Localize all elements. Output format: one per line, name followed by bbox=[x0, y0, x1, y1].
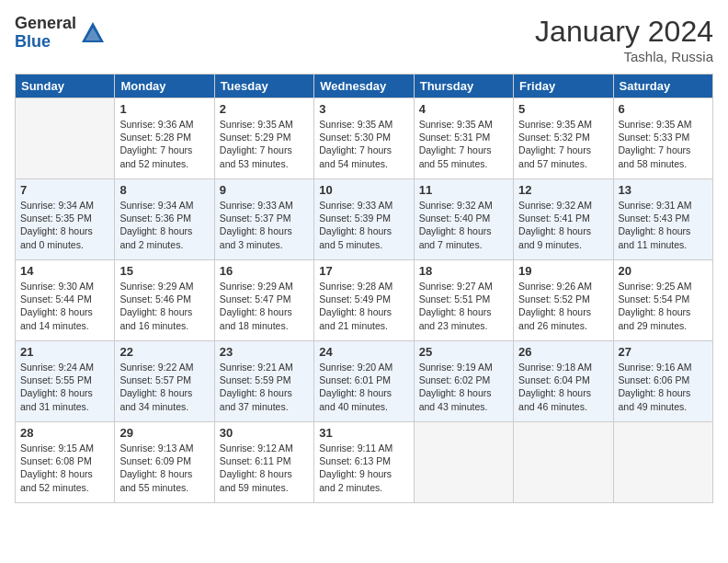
day-info: Sunrise: 9:34 AMSunset: 5:36 PMDaylight:… bbox=[119, 199, 209, 251]
table-row: 25Sunrise: 9:19 AMSunset: 6:02 PMDayligh… bbox=[414, 341, 513, 422]
col-sunday: Sunday bbox=[16, 75, 115, 98]
day-info: Sunrise: 9:36 AMSunset: 5:28 PMDaylight:… bbox=[119, 118, 209, 170]
day-number: 11 bbox=[419, 183, 508, 197]
day-info: Sunrise: 9:25 AMSunset: 5:54 PMDaylight:… bbox=[619, 280, 708, 332]
table-row bbox=[613, 422, 712, 503]
table-row bbox=[514, 422, 613, 503]
table-row: 15Sunrise: 9:29 AMSunset: 5:46 PMDayligh… bbox=[115, 260, 214, 341]
day-number: 21 bbox=[20, 345, 109, 359]
page-container: General Blue January 2024 Tashla, Russia… bbox=[0, 0, 728, 511]
day-number: 22 bbox=[119, 345, 209, 359]
table-row: 23Sunrise: 9:21 AMSunset: 5:59 PMDayligh… bbox=[214, 341, 313, 422]
day-number: 3 bbox=[319, 102, 408, 116]
table-row: 18Sunrise: 9:27 AMSunset: 5:51 PMDayligh… bbox=[414, 260, 513, 341]
col-wednesday: Wednesday bbox=[314, 75, 414, 98]
day-info: Sunrise: 9:24 AMSunset: 5:55 PMDaylight:… bbox=[20, 361, 109, 413]
table-row: 1Sunrise: 9:36 AMSunset: 5:28 PMDaylight… bbox=[115, 98, 214, 179]
table-row: 5Sunrise: 9:35 AMSunset: 5:32 PMDaylight… bbox=[514, 98, 613, 179]
col-monday: Monday bbox=[115, 75, 214, 98]
logo-blue: Blue bbox=[15, 33, 76, 52]
table-row: 11Sunrise: 9:32 AMSunset: 5:40 PMDayligh… bbox=[414, 179, 513, 260]
table-row bbox=[16, 98, 115, 179]
day-info: Sunrise: 9:29 AMSunset: 5:47 PMDaylight:… bbox=[220, 280, 309, 332]
table-row: 14Sunrise: 9:30 AMSunset: 5:44 PMDayligh… bbox=[16, 260, 115, 341]
table-row: 9Sunrise: 9:33 AMSunset: 5:37 PMDaylight… bbox=[214, 179, 313, 260]
table-row: 22Sunrise: 9:22 AMSunset: 5:57 PMDayligh… bbox=[115, 341, 214, 422]
table-row: 20Sunrise: 9:25 AMSunset: 5:54 PMDayligh… bbox=[613, 260, 712, 341]
day-number: 19 bbox=[518, 264, 608, 278]
day-info: Sunrise: 9:27 AMSunset: 5:51 PMDaylight:… bbox=[419, 280, 508, 332]
month-title: January 2024 bbox=[535, 15, 713, 49]
day-info: Sunrise: 9:35 AMSunset: 5:30 PMDaylight:… bbox=[319, 118, 408, 170]
day-info: Sunrise: 9:35 AMSunset: 5:33 PMDaylight:… bbox=[619, 118, 708, 170]
day-number: 10 bbox=[319, 183, 408, 197]
day-number: 18 bbox=[419, 264, 508, 278]
logo-general: General bbox=[15, 15, 76, 33]
table-row: 29Sunrise: 9:13 AMSunset: 6:09 PMDayligh… bbox=[115, 422, 214, 503]
day-info: Sunrise: 9:35 AMSunset: 5:32 PMDaylight:… bbox=[518, 118, 608, 170]
logo-text: General Blue bbox=[15, 15, 76, 52]
table-row: 2Sunrise: 9:35 AMSunset: 5:29 PMDaylight… bbox=[214, 98, 313, 179]
day-number: 5 bbox=[518, 102, 608, 116]
day-number: 7 bbox=[20, 183, 109, 197]
day-info: Sunrise: 9:33 AMSunset: 5:39 PMDaylight:… bbox=[319, 199, 408, 251]
day-info: Sunrise: 9:29 AMSunset: 5:46 PMDaylight:… bbox=[119, 280, 209, 332]
day-number: 16 bbox=[220, 264, 309, 278]
table-row: 16Sunrise: 9:29 AMSunset: 5:47 PMDayligh… bbox=[214, 260, 313, 341]
day-number: 9 bbox=[220, 183, 309, 197]
table-row: 19Sunrise: 9:26 AMSunset: 5:52 PMDayligh… bbox=[514, 260, 613, 341]
day-number: 8 bbox=[119, 183, 209, 197]
table-row bbox=[414, 422, 513, 503]
day-info: Sunrise: 9:26 AMSunset: 5:52 PMDaylight:… bbox=[518, 280, 608, 332]
day-number: 28 bbox=[20, 426, 109, 440]
col-thursday: Thursday bbox=[414, 75, 513, 98]
table-row: 3Sunrise: 9:35 AMSunset: 5:30 PMDaylight… bbox=[314, 98, 414, 179]
table-row: 17Sunrise: 9:28 AMSunset: 5:49 PMDayligh… bbox=[314, 260, 414, 341]
day-info: Sunrise: 9:20 AMSunset: 6:01 PMDaylight:… bbox=[319, 361, 408, 413]
col-tuesday: Tuesday bbox=[214, 75, 313, 98]
title-section: January 2024 Tashla, Russia bbox=[535, 15, 713, 64]
day-number: 12 bbox=[518, 183, 608, 197]
day-info: Sunrise: 9:32 AMSunset: 5:40 PMDaylight:… bbox=[419, 199, 508, 251]
table-row: 30Sunrise: 9:12 AMSunset: 6:11 PMDayligh… bbox=[214, 422, 313, 503]
day-info: Sunrise: 9:34 AMSunset: 5:35 PMDaylight:… bbox=[20, 199, 109, 251]
day-number: 27 bbox=[619, 345, 708, 359]
calendar-week-row: 7Sunrise: 9:34 AMSunset: 5:35 PMDaylight… bbox=[16, 179, 713, 260]
day-number: 15 bbox=[119, 264, 209, 278]
day-info: Sunrise: 9:28 AMSunset: 5:49 PMDaylight:… bbox=[319, 280, 408, 332]
col-friday: Friday bbox=[514, 75, 613, 98]
table-row: 28Sunrise: 9:15 AMSunset: 6:08 PMDayligh… bbox=[16, 422, 115, 503]
day-info: Sunrise: 9:12 AMSunset: 6:11 PMDaylight:… bbox=[220, 442, 309, 494]
calendar-week-row: 1Sunrise: 9:36 AMSunset: 5:28 PMDaylight… bbox=[16, 98, 713, 179]
day-number: 2 bbox=[220, 102, 309, 116]
day-info: Sunrise: 9:11 AMSunset: 6:13 PMDaylight:… bbox=[319, 442, 408, 494]
day-number: 13 bbox=[619, 183, 708, 197]
day-number: 25 bbox=[419, 345, 508, 359]
logo-icon bbox=[80, 20, 106, 46]
table-row: 31Sunrise: 9:11 AMSunset: 6:13 PMDayligh… bbox=[314, 422, 414, 503]
header: General Blue January 2024 Tashla, Russia bbox=[15, 15, 713, 64]
day-number: 30 bbox=[220, 426, 309, 440]
logo: General Blue bbox=[15, 15, 106, 52]
calendar: Sunday Monday Tuesday Wednesday Thursday… bbox=[15, 74, 713, 503]
day-info: Sunrise: 9:21 AMSunset: 5:59 PMDaylight:… bbox=[220, 361, 309, 413]
col-saturday: Saturday bbox=[613, 75, 712, 98]
day-info: Sunrise: 9:33 AMSunset: 5:37 PMDaylight:… bbox=[220, 199, 309, 251]
day-number: 31 bbox=[319, 426, 408, 440]
calendar-week-row: 21Sunrise: 9:24 AMSunset: 5:55 PMDayligh… bbox=[16, 341, 713, 422]
day-number: 29 bbox=[119, 426, 209, 440]
table-row: 21Sunrise: 9:24 AMSunset: 5:55 PMDayligh… bbox=[16, 341, 115, 422]
day-info: Sunrise: 9:31 AMSunset: 5:43 PMDaylight:… bbox=[619, 199, 708, 251]
day-number: 14 bbox=[20, 264, 109, 278]
day-info: Sunrise: 9:16 AMSunset: 6:06 PMDaylight:… bbox=[619, 361, 708, 413]
day-info: Sunrise: 9:19 AMSunset: 6:02 PMDaylight:… bbox=[419, 361, 508, 413]
day-info: Sunrise: 9:35 AMSunset: 5:31 PMDaylight:… bbox=[419, 118, 508, 170]
table-row: 12Sunrise: 9:32 AMSunset: 5:41 PMDayligh… bbox=[514, 179, 613, 260]
table-row: 24Sunrise: 9:20 AMSunset: 6:01 PMDayligh… bbox=[314, 341, 414, 422]
day-number: 20 bbox=[619, 264, 708, 278]
table-row: 26Sunrise: 9:18 AMSunset: 6:04 PMDayligh… bbox=[514, 341, 613, 422]
table-row: 6Sunrise: 9:35 AMSunset: 5:33 PMDaylight… bbox=[613, 98, 712, 179]
location: Tashla, Russia bbox=[535, 49, 713, 64]
table-row: 7Sunrise: 9:34 AMSunset: 5:35 PMDaylight… bbox=[16, 179, 115, 260]
day-info: Sunrise: 9:22 AMSunset: 5:57 PMDaylight:… bbox=[119, 361, 209, 413]
